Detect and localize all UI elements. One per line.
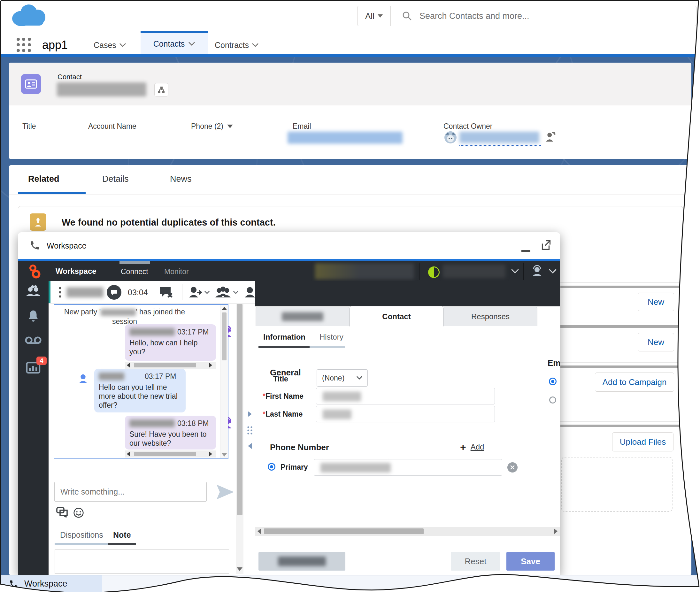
tab-related-underline xyxy=(18,192,86,194)
utility-workspace-item[interactable]: Workspace xyxy=(0,575,102,592)
triangle-down-icon xyxy=(378,14,383,17)
contact-panel-hscrollbar[interactable] xyxy=(255,527,560,536)
record-header-card: Contact Title Account Name Phone (2) Ema… xyxy=(9,63,691,159)
tab-contact[interactable]: Contact xyxy=(350,306,443,327)
message-scrollbar[interactable] xyxy=(125,362,216,369)
message-time: 03:17 PM xyxy=(145,372,176,381)
triangle-down-icon xyxy=(227,125,233,128)
email-other-radio[interactable] xyxy=(549,396,556,403)
tab-news[interactable]: News xyxy=(170,174,192,184)
canned-responses-icon[interactable] xyxy=(56,506,69,519)
contact-panel-header-dark xyxy=(255,281,560,306)
chevron-down-icon xyxy=(252,43,258,47)
chat-type-icon xyxy=(107,285,121,300)
interactions-icon[interactable] xyxy=(25,285,42,299)
reset-button[interactable]: Reset xyxy=(451,552,500,571)
chat-message-agent: 03:18 PM Sure! Have you been to our webs… xyxy=(125,416,216,449)
message-text: Hello can you tell me more about the new… xyxy=(99,383,181,409)
subtab-information-underline xyxy=(258,346,310,348)
tab-related[interactable]: Related xyxy=(28,174,59,184)
duplicates-alert-text: We found no potential duplicates of this… xyxy=(62,217,276,228)
message-text: Sure! Have you been to our website? xyxy=(130,430,211,448)
tab-note-underline xyxy=(108,543,136,545)
hierarchy-button[interactable] xyxy=(154,83,168,96)
chevron-down-icon xyxy=(233,291,238,294)
add-to-campaign-button[interactable]: Add to Campaign xyxy=(595,373,674,392)
connect-active-indicator xyxy=(119,261,150,264)
change-owner-icon[interactable] xyxy=(545,131,556,143)
chat-transcript-panel: New party '' has joined the session 03:1… xyxy=(54,304,229,459)
new-button-1[interactable]: New xyxy=(638,293,674,311)
phone-icon xyxy=(30,240,40,251)
chevron-down-icon[interactable] xyxy=(549,269,557,274)
chat-toolbar: 03:04 xyxy=(49,281,268,303)
popup-title: Workspace xyxy=(47,241,87,250)
field-label-phone[interactable]: Phone (2) xyxy=(191,122,233,131)
owner-avatar xyxy=(444,131,457,144)
panel-splitter[interactable] xyxy=(245,411,255,456)
search-scope-dropdown[interactable]: All xyxy=(357,6,391,26)
save-button[interactable]: Save xyxy=(506,552,555,571)
party-name-redacted xyxy=(101,309,136,316)
message-scrollbar[interactable] xyxy=(125,450,216,457)
upload-files-button[interactable]: Upload Files xyxy=(612,432,673,451)
transfer-button[interactable] xyxy=(188,285,211,300)
first-name-input[interactable] xyxy=(316,388,495,404)
note-textarea[interactable] xyxy=(55,549,229,574)
new-button-2[interactable]: New xyxy=(638,333,674,351)
field-label-title: Title xyxy=(22,122,36,131)
workspace-popup: Workspace Workspace Connect Monitor xyxy=(18,232,560,575)
footer-button-label-redacted xyxy=(278,556,326,566)
app-launcher-icon[interactable] xyxy=(17,38,31,52)
tab-note[interactable]: Note xyxy=(113,530,131,540)
subtab-information[interactable]: Information xyxy=(263,333,305,342)
end-chat-icon[interactable] xyxy=(158,286,174,299)
last-name-redacted xyxy=(323,409,351,419)
chat-column-scrollbar[interactable] xyxy=(236,304,243,574)
chevron-down-icon xyxy=(357,376,362,380)
chevron-down-icon[interactable] xyxy=(511,269,519,274)
nav-underline xyxy=(0,54,700,57)
email-value-redacted[interactable] xyxy=(288,132,403,144)
minimize-button[interactable] xyxy=(521,250,530,252)
subtab-history[interactable]: History xyxy=(319,333,343,342)
send-message-icon[interactable] xyxy=(216,484,235,500)
phone-primary-input[interactable] xyxy=(314,459,502,476)
section-divider xyxy=(560,425,684,427)
app-name: app1 xyxy=(42,38,68,52)
remove-phone-button[interactable] xyxy=(507,462,517,473)
nav-tab-contracts[interactable]: Contracts xyxy=(215,41,258,50)
notifications-bell-icon[interactable] xyxy=(27,309,40,324)
nav-tab-contacts[interactable]: Contacts xyxy=(141,31,208,54)
utility-bar: Workspace xyxy=(0,575,700,592)
tab-dispositions[interactable]: Dispositions xyxy=(60,530,103,540)
tab-redacted[interactable] xyxy=(256,307,350,326)
contact-record-icon xyxy=(21,74,41,94)
file-dropzone[interactable] xyxy=(561,457,672,512)
last-name-label: *Last Name xyxy=(263,410,303,418)
nav-tab-cases[interactable]: Cases xyxy=(94,41,126,50)
conference-button[interactable] xyxy=(215,285,240,300)
overflow-menu-icon[interactable] xyxy=(59,287,61,298)
emoji-icon[interactable] xyxy=(73,507,84,519)
tab-details[interactable]: Details xyxy=(102,174,129,184)
last-name-input[interactable] xyxy=(316,406,495,423)
add-phone-link[interactable]: + Add xyxy=(460,442,484,452)
popout-icon[interactable] xyxy=(540,239,551,251)
menu-monitor[interactable]: Monitor xyxy=(164,267,189,276)
voicemail-icon[interactable] xyxy=(24,336,42,346)
chat-composer-input[interactable] xyxy=(54,482,207,502)
menu-connect[interactable]: Connect xyxy=(121,267,148,276)
transcript-scrollbar[interactable] xyxy=(220,305,228,458)
title-select[interactable]: (None) xyxy=(317,369,368,387)
chat-party-name-redacted xyxy=(66,287,103,297)
plus-icon: + xyxy=(460,442,466,452)
footer-button-redacted[interactable] xyxy=(258,552,345,571)
salesforce-logo-icon xyxy=(9,2,48,29)
search-input[interactable] xyxy=(419,11,644,21)
tab-responses[interactable]: Responses xyxy=(443,307,537,326)
owner-name-redacted[interactable] xyxy=(459,132,539,143)
email-section-heading-cut: Em xyxy=(548,358,560,368)
agent-profile-icon[interactable] xyxy=(530,264,544,278)
customer-avatar-icon xyxy=(78,373,89,384)
